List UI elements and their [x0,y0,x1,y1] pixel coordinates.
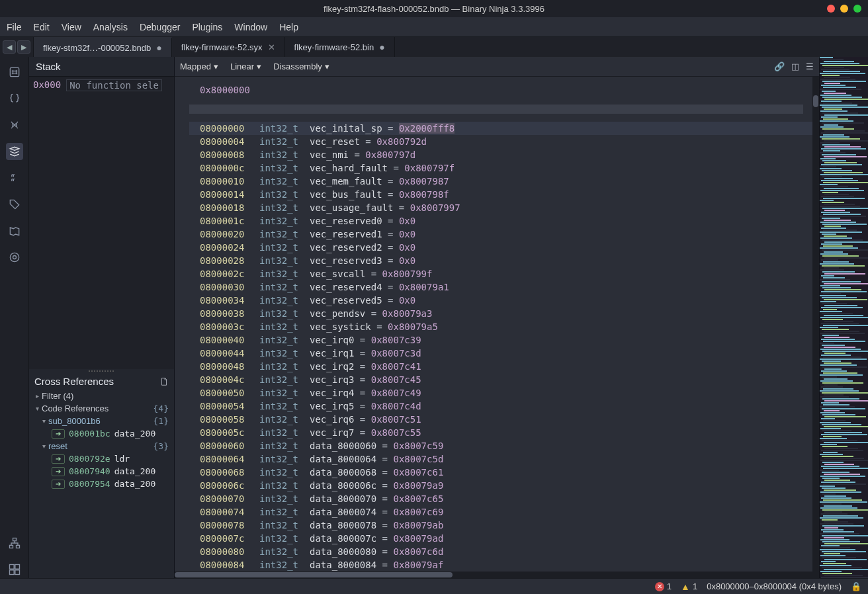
disasm-line[interactable]: 08000038int32_tvec_pendsv = 0x80079a3 [189,307,819,320]
view-mode-dropdown[interactable]: Linear▾ [230,62,261,71]
menu-debugger[interactable]: Debugger [140,22,181,32]
tab[interactable]: flkey-firmware-52.syx✕ [172,37,285,57]
disasm-line[interactable]: 08000034int32_tvec_reserved5 = 0x0 [189,294,819,307]
disasm-line[interactable]: 08000028int32_tvec_reserved3 = 0x0 [189,254,819,267]
vertical-scrollbar[interactable] [812,77,819,578]
disasm-line[interactable]: 08000048int32_tvec_irq2 = 0x8007c41 [189,360,819,373]
xref-row[interactable]: ▸Filter (4) [32,390,171,402]
disasm-line[interactable]: 08000080int32_tdata_8000080 = 0x8007c6d [189,545,819,558]
menu-view[interactable]: View [62,22,81,32]
horizontal-scrollbar[interactable] [175,572,812,578]
document-icon[interactable] [159,377,169,386]
xref-row[interactable]: ➔08007940data_200 [32,465,171,478]
disasm-line[interactable]: 08000020int32_tvec_reserved1 = 0x0 [189,228,819,241]
menu-analysis[interactable]: Analysis [93,22,128,32]
disasm-line[interactable]: 08000074int32_tdata_8000074 = 0x8007c69 [189,505,819,519]
disasm-line[interactable]: 08000054int32_tvec_irq5 = 0x8007c4d [189,400,819,413]
xrefs-title: Cross References [34,376,114,387]
disasm-line[interactable]: 08000058int32_tvec_irq6 = 0x8007c51 [189,413,819,426]
variable-icon[interactable] [6,116,23,134]
view-type-dropdown[interactable]: Mapped▾ [180,62,218,71]
warning-count[interactable]: ▲ 1 [681,581,697,592]
xref-row[interactable]: ➔080001bcdata_200 [32,427,171,440]
disasm-line[interactable]: 08000064int32_tdata_8000064 = 0x8007c5d [189,452,819,466]
stack-title: Stack [29,57,174,76]
disasm-line[interactable]: 08000060int32_tdata_8000060 = 0x8007c59 [189,439,819,452]
selection-range: 0x8000000–0x8000004 (0x4 bytes) [707,581,842,591]
target-icon[interactable] [6,249,23,266]
disasm-line[interactable]: 0800007cint32_tdata_800007c = 0x80079ad [189,532,819,545]
minimize-icon[interactable] [840,5,848,13]
xref-row[interactable]: ➔0800792eldr [32,452,171,465]
disasm-line[interactable]: 08000050int32_tvec_irq4 = 0x8007c49 [189,386,819,400]
nav-back-button[interactable]: ◀ [3,40,16,54]
maximize-icon[interactable] [853,5,861,13]
dirty-indicator: ● [156,42,161,53]
link-icon[interactable]: 🔗 [774,62,785,71]
disasm-line[interactable]: 08000084int32_tdata_8000084 = 0x80079af [189,558,819,572]
feature-map[interactable] [819,57,868,578]
disasm-line[interactable]: 08000044int32_tvec_irq1 = 0x8007c3d [189,347,819,360]
left-panel: Stack 0x000 No function sele Cross Refer… [29,57,175,578]
xref-row[interactable]: ▾reset{3} [32,440,171,452]
svg-point-1 [10,253,19,261]
il-level-dropdown[interactable]: Disassembly▾ [273,62,329,71]
stack-offset: 0x000 [33,79,61,91]
disasm-line[interactable]: 0800001cint32_tvec_reserved0 = 0x0 [189,214,819,228]
nav-forward-button[interactable]: ▶ [17,40,30,54]
strings-icon[interactable] [6,169,23,187]
disassembly-view[interactable]: 0x8000000 08000000int32_tvec_inital_sp =… [175,77,819,578]
disasm-line[interactable]: 08000070int32_tdata_8000070 = 0x8007c65 [189,492,819,505]
error-count[interactable]: ✕ 1 [655,581,672,591]
split-icon[interactable]: ◫ [791,62,799,71]
menu-edit[interactable]: Edit [34,22,50,32]
disasm-line[interactable]: 08000000int32_tvec_inital_sp = 0x2000fff… [189,122,819,135]
tab-label: flkey-firmware-52.syx [181,42,263,52]
disasm-line[interactable]: 0800003cint32_tvec_systick = 0x80079a5 [189,320,819,333]
lock-icon[interactable]: 🔒 [851,581,861,591]
braces-icon[interactable] [6,90,23,107]
hierarchy-icon[interactable] [6,534,23,552]
disasm-line[interactable]: 08000030int32_tvec_reserved4 = 0x80079a1 [189,280,819,294]
disasm-line[interactable]: 08000068int32_tdata_8000068 = 0x8007c61 [189,466,819,479]
xref-row[interactable]: ➔08007954data_200 [32,478,171,490]
disasm-line[interactable]: 0800006cint32_tdata_800006c = 0x80079a9 [189,479,819,492]
close-icon[interactable]: ✕ [268,42,275,52]
tab[interactable]: flkey-firmware-52.bin● [285,37,395,57]
disasm-line[interactable]: 08000014int32_tvec_bus_fault = 0x800798f [189,188,819,201]
disasm-line[interactable]: 08000018int32_tvec_usage_fault = 0x80079… [189,201,819,214]
disasm-line[interactable]: 08000004int32_tvec_reset = 0x800792d [189,135,819,148]
close-icon[interactable] [827,5,835,13]
stack-view[interactable]: 0x000 No function sele [29,76,174,369]
disasm-line[interactable]: 08000010int32_tvec_mem_fault = 0x8007987 [189,175,819,188]
menu-window[interactable]: Window [234,22,267,32]
disasm-line[interactable]: 08000024int32_tvec_reserved2 = 0x0 [189,241,819,254]
menu-file[interactable]: File [7,22,22,32]
menu-icon[interactable]: ☰ [806,62,814,71]
svg-rect-3 [13,538,16,541]
xref-row[interactable]: ▾sub_80001b6{1} [32,415,171,427]
hash-icon[interactable] [6,64,23,81]
tab[interactable]: flkey-stm32f…-000052.bndb● [34,37,172,57]
disasm-line[interactable]: 0800002cint32_tvec_svcall = 0x800799f [189,267,819,280]
warning-icon: ▲ [681,581,690,592]
xref-row[interactable]: ▾Code References{4} [32,402,171,415]
menu-plugins[interactable]: Plugins [192,22,222,32]
tab-label: flkey-stm32f…-000052.bndb [43,43,151,53]
tag-icon[interactable] [6,196,23,213]
memory-map-icon[interactable] [6,222,23,239]
svg-rect-5 [16,545,19,548]
disasm-line[interactable]: 08000008int32_tvec_nmi = 0x800797d [189,148,819,161]
xrefs-body[interactable]: ▸Filter (4)▾Code References{4}▾sub_80001… [29,390,174,578]
menu-help[interactable]: Help [279,22,298,32]
disasm-line[interactable]: 08000040int32_tvec_irq0 = 0x8007c39 [189,333,819,347]
disasm-line[interactable]: 0800005cint32_tvec_irq7 = 0x8007c55 [189,426,819,439]
disasm-line[interactable]: 0800000cint32_tvec_hard_fault = 0x800797… [189,161,819,175]
menu-bar: FileEditViewAnalysisDebuggerPluginsWindo… [0,17,868,37]
title-bar: flkey-stm32f4-flash-000052.bndb — Binary… [0,0,868,17]
stack-icon[interactable] [6,143,23,160]
svg-rect-4 [9,545,13,548]
disasm-line[interactable]: 08000078int32_tdata_8000078 = 0x80079ab [189,519,819,532]
components-icon[interactable] [6,561,23,578]
disasm-line[interactable]: 0800004cint32_tvec_irq3 = 0x8007c45 [189,373,819,386]
